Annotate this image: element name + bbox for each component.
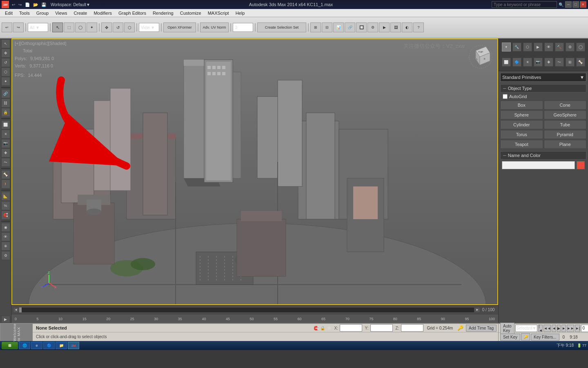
add-time-tag-btn[interactable]: Add Time Tag <box>466 325 497 332</box>
rp-spacewarp-icon[interactable]: 〜 <box>555 58 564 67</box>
create-selection-btn[interactable]: Create Selection Set <box>257 22 306 32</box>
schematic-btn[interactable]: 🔗 <box>345 22 355 32</box>
autogrid-checkbox[interactable] <box>503 94 508 99</box>
search-input[interactable] <box>492 1 557 8</box>
undo-history-btn[interactable]: ↩ <box>2 22 12 32</box>
minimize-btn[interactable]: ─ <box>565 1 572 8</box>
prim-sphere-btn[interactable]: Sphere <box>500 110 543 119</box>
menu-modifiers[interactable]: Modifiers <box>90 10 115 16</box>
rp-motion-icon[interactable]: ▶ <box>534 43 543 52</box>
lt-shapes[interactable]: ⬜ <box>1 120 10 129</box>
rp-light-icon[interactable]: ☀ <box>523 58 532 67</box>
rp-cam-icon[interactable]: 📷 <box>534 58 543 67</box>
select-lasso-btn[interactable]: ◯ <box>75 22 86 32</box>
prim-tube-btn[interactable]: Tube <box>544 120 587 129</box>
track-view-btn[interactable]: 📊 <box>333 22 344 32</box>
move-btn[interactable]: ✥ <box>101 22 112 32</box>
scale-btn[interactable]: ⬡ <box>124 22 135 32</box>
view-cube[interactable]: TOP L R <box>468 43 494 69</box>
open-xformer-btn[interactable]: Open XFormer <box>163 22 196 32</box>
z-input[interactable] <box>401 324 423 332</box>
taskbar-ie[interactable]: e <box>31 342 42 349</box>
lt-link[interactable]: 🔗 <box>1 89 10 98</box>
lt-isolate[interactable]: ◉ <box>1 223 10 232</box>
key-filters-btn[interactable]: Key Filters... <box>531 334 559 341</box>
lt-angle-snap[interactable]: 📐 <box>1 192 10 201</box>
object-type-header[interactable]: ─ Object Type <box>500 84 586 92</box>
search-icon[interactable]: 🔍 <box>559 2 564 7</box>
lt-spacewarp[interactable]: 〜 <box>1 158 10 167</box>
new-btn[interactable]: 📄 <box>24 2 31 7</box>
lt-freeze[interactable]: ❄ <box>1 242 10 251</box>
menu-graph-editors[interactable]: Graph Editors <box>115 10 149 16</box>
rp-modify-icon[interactable]: 🔧 <box>512 43 521 52</box>
menu-group[interactable]: Group <box>33 10 52 16</box>
render-btn[interactable]: 🖼 <box>390 22 401 32</box>
play-last-btn[interactable]: ►| <box>575 325 580 332</box>
rp-display-icon[interactable]: 👁 <box>544 43 553 52</box>
lt-biped[interactable]: 🚶 <box>1 180 10 188</box>
select-filter-dropdown[interactable]: All ▼ <box>28 23 48 32</box>
redo-history-btn[interactable]: ↪ <box>13 22 24 32</box>
set-key-btn[interactable]: Set Key <box>500 334 520 341</box>
select-btn[interactable]: ↖ <box>52 22 63 32</box>
redo-btn[interactable]: ↪ <box>17 2 23 7</box>
viewport[interactable]: [+][Orthographic][Shaded] Total Polys: 9… <box>11 38 498 305</box>
rp-helper-icon[interactable]: ✚ <box>544 58 553 67</box>
play-prev-frame-btn[interactable]: ◄ <box>552 325 556 332</box>
lt-percent-snap[interactable]: % <box>1 201 10 210</box>
menu-help[interactable]: Help <box>232 10 248 16</box>
rp-sys-icon[interactable]: ⊞ <box>566 58 575 67</box>
menu-customize[interactable]: Customize <box>177 10 205 16</box>
menu-rendering[interactable]: Rendering <box>149 10 177 16</box>
menu-create[interactable]: Create <box>70 10 90 16</box>
menu-views[interactable]: Views <box>52 10 70 16</box>
select-region-btn[interactable]: ⬚ <box>64 22 74 32</box>
taskbar-folder[interactable]: 📁 <box>56 342 67 349</box>
grid-icon[interactable]: ⊞ <box>326 325 332 331</box>
name-color-header[interactable]: ─ Name and Color <box>500 151 586 159</box>
lt-snap[interactable]: 🧲 <box>1 211 10 220</box>
open-btn[interactable]: 📂 <box>32 2 39 7</box>
close-btn[interactable]: ✕ <box>580 1 586 8</box>
prim-torus-btn[interactable]: Torus <box>500 130 543 139</box>
rotate-btn[interactable]: ↺ <box>113 22 123 32</box>
primitives-dropdown[interactable]: Standard Primitives ▼ <box>500 73 586 82</box>
key-mode-btn[interactable]: 🔑 <box>521 333 530 341</box>
num-field[interactable]: 3 <box>233 23 253 32</box>
rp-hierarchy-icon[interactable]: ⬡ <box>523 43 532 52</box>
start-btn[interactable]: ⊞ <box>2 342 18 349</box>
lt-bind[interactable]: 🔒 <box>1 108 10 117</box>
rp-shape-icon[interactable]: 🔷 <box>512 58 521 67</box>
help-question-btn[interactable]: ? <box>413 22 424 32</box>
lt-lights[interactable]: ☀ <box>1 130 10 139</box>
menu-edit[interactable]: Edit <box>2 10 16 16</box>
play-btn[interactable]: ▶ <box>557 325 561 332</box>
prim-cylinder-btn[interactable]: Cylinder <box>500 120 543 129</box>
prim-box-btn[interactable]: Box <box>500 101 543 110</box>
name-input[interactable] <box>502 161 575 169</box>
key-icon[interactable]: 🔑 <box>456 324 464 332</box>
save-btn[interactable]: 💾 <box>40 2 47 7</box>
menu-maxscript[interactable]: MAXScript <box>205 10 232 16</box>
lock-icon[interactable]: 🔒 <box>319 325 326 331</box>
material-editor-btn[interactable]: 🔲 <box>356 22 367 32</box>
selected-dropdown[interactable]: Selected ▼ <box>515 325 538 332</box>
magnet-icon[interactable]: 🧲 <box>313 325 319 331</box>
time-prev-btn[interactable]: ◄ <box>13 307 19 313</box>
lt-cameras[interactable]: 📷 <box>1 139 10 148</box>
active-shade-btn[interactable]: ◐ <box>402 22 412 32</box>
lt-bone[interactable]: 🦴 <box>1 170 10 179</box>
taskbar-chrome[interactable]: 🔵 <box>43 342 55 349</box>
prim-teapot-btn[interactable]: Teapot <box>500 140 543 149</box>
prim-pyramid-btn[interactable]: Pyramid <box>544 130 587 139</box>
rp-extra-icon[interactable]: ⚙ <box>566 43 575 52</box>
render-frame-btn[interactable]: ▶ <box>379 22 390 32</box>
lt-rotate[interactable]: ↺ <box>1 58 10 67</box>
rp-bone-icon[interactable]: 🦴 <box>576 58 585 67</box>
lt-unlink[interactable]: ⛓ <box>1 99 10 108</box>
lt-select[interactable]: ↖ <box>1 39 10 48</box>
maximize-btn[interactable]: □ <box>572 1 579 8</box>
named-sel-btn[interactable]: ⊞ <box>310 22 321 32</box>
taskbar-3dsmax[interactable]: 3M <box>68 342 79 349</box>
